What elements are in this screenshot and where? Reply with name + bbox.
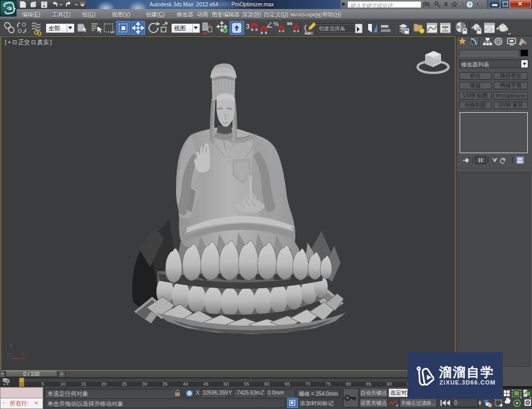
svg-text:85: 85: [366, 381, 371, 387]
svg-text:%: %: [273, 21, 279, 27]
svg-text:30: 30: [142, 381, 147, 387]
svg-text:50: 50: [223, 381, 229, 387]
svg-text:25: 25: [121, 381, 127, 387]
svg-text:0: 0: [20, 381, 23, 387]
svg-text:40: 40: [182, 381, 188, 387]
svg-text:y: y: [7, 351, 10, 357]
svg-text:创建选择集: 创建选择集: [319, 26, 345, 31]
svg-text:15: 15: [81, 381, 86, 387]
svg-text:70: 70: [305, 381, 310, 387]
svg-text:10: 10: [61, 381, 66, 387]
svg-text:x: x: [21, 352, 24, 357]
svg-text:?: ?: [468, 2, 471, 7]
svg-text:60: 60: [264, 381, 270, 387]
svg-text:35: 35: [162, 381, 168, 387]
svg-text:75: 75: [325, 381, 330, 387]
svg-text:5: 5: [41, 381, 44, 387]
svg-text:20: 20: [101, 381, 106, 387]
svg-text:ABC: ABC: [304, 31, 313, 36]
svg-text:80: 80: [346, 381, 351, 387]
svg-text:45: 45: [203, 381, 209, 387]
svg-text:全部: 全部: [48, 25, 60, 31]
svg-text:视图: 视图: [174, 25, 186, 31]
svg-text:z: z: [10, 343, 12, 348]
svg-text:65: 65: [285, 381, 290, 387]
svg-text:55: 55: [244, 381, 249, 387]
svg-text:90: 90: [386, 381, 392, 387]
svg-text:3: 3: [246, 22, 250, 30]
